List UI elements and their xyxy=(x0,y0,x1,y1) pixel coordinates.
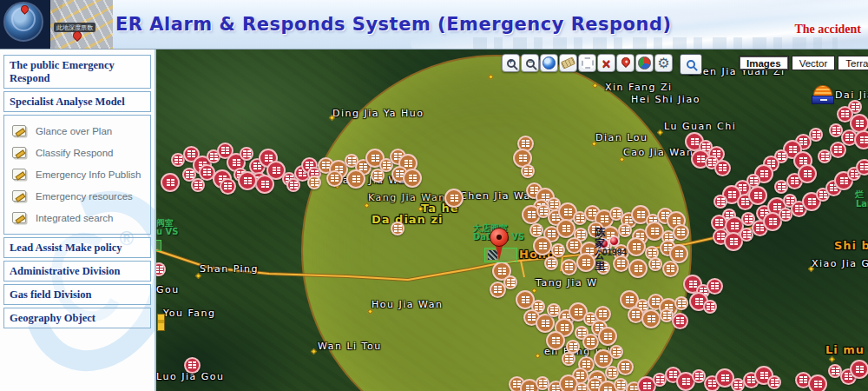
add-marker-button[interactable] xyxy=(616,54,635,72)
building-glyph xyxy=(812,131,820,138)
building-marker[interactable] xyxy=(850,360,868,379)
gas-facility-icon[interactable] xyxy=(812,85,834,107)
building-marker[interactable] xyxy=(561,259,577,275)
measure-button[interactable] xyxy=(559,54,577,72)
sidebar-header-geography-object[interactable]: Geography Object xyxy=(3,308,151,328)
sidebar-header-gas-field-division[interactable]: Gas field Division xyxy=(3,284,151,305)
building-marker[interactable] xyxy=(767,375,781,389)
building-marker[interactable] xyxy=(490,282,506,298)
building-glyph xyxy=(562,225,570,232)
sidebar-header-administrative-division[interactable]: Administrative Division xyxy=(3,261,151,282)
sidebar-item-emergency-resources[interactable]: Emergency resources xyxy=(4,185,150,207)
building-marker[interactable] xyxy=(748,186,767,205)
zoom-out-button[interactable] xyxy=(521,54,539,72)
building-marker[interactable] xyxy=(662,261,679,277)
sidebar-header-specialist-analyse[interactable]: Specialist Analyse Model xyxy=(3,91,151,112)
building-marker[interactable] xyxy=(713,195,727,209)
accident-pin[interactable] xyxy=(490,228,509,262)
sidebar-item-label: Classify Respond xyxy=(36,148,113,158)
building-marker[interactable] xyxy=(627,237,646,256)
building-marker[interactable] xyxy=(618,223,632,237)
building-glyph xyxy=(673,217,681,224)
zoom-in-icon xyxy=(507,59,516,68)
building-marker[interactable] xyxy=(672,313,688,329)
building-glyph xyxy=(524,168,532,175)
building-marker[interactable] xyxy=(240,147,253,161)
sidebar-header-lead-assist-make-policy[interactable]: Lead Assist Make policy xyxy=(3,237,151,258)
extent-select-button[interactable] xyxy=(578,54,596,72)
building-marker[interactable] xyxy=(562,352,575,366)
layer-ball-button[interactable] xyxy=(635,54,654,72)
pan-globe-button[interactable] xyxy=(540,54,558,72)
building-marker[interactable] xyxy=(609,345,623,359)
building-glyph xyxy=(539,242,547,249)
building-marker[interactable] xyxy=(576,253,595,272)
building-marker[interactable] xyxy=(184,357,201,374)
sidebar-item-classify-respond[interactable]: Classify Respond xyxy=(4,142,150,163)
building-marker[interactable] xyxy=(808,374,827,391)
building-glyph xyxy=(856,120,864,127)
derrick-icon[interactable] xyxy=(157,314,165,331)
building-marker[interactable] xyxy=(346,169,365,189)
building-marker[interactable] xyxy=(551,243,565,257)
settings-gear-icon xyxy=(657,56,669,71)
map-canvas[interactable]: Chen Jia Yuan ZiXin Fang ZiHei Shi JiaoD… xyxy=(156,50,868,391)
building-marker[interactable] xyxy=(830,142,846,158)
building-marker[interactable] xyxy=(613,255,629,272)
settings-gear-button[interactable] xyxy=(654,54,673,72)
building-glyph xyxy=(498,268,506,275)
building-marker[interactable] xyxy=(371,169,385,182)
building-marker[interactable] xyxy=(798,164,817,183)
base-layer-vector-button[interactable]: Vector xyxy=(792,56,836,70)
building-marker[interactable] xyxy=(544,256,558,270)
building-marker[interactable] xyxy=(521,164,535,178)
building-marker[interactable] xyxy=(307,176,321,189)
building-glyph xyxy=(383,162,391,169)
base-layer-terrain-button[interactable]: Terrain xyxy=(838,56,868,70)
note-pencil-icon xyxy=(12,169,26,180)
building-marker[interactable] xyxy=(161,173,180,192)
base-layer-images-button[interactable]: Images xyxy=(739,56,789,70)
building-marker[interactable] xyxy=(403,169,422,188)
building-marker[interactable] xyxy=(648,257,662,271)
building-marker[interactable] xyxy=(444,189,464,208)
building-marker[interactable] xyxy=(617,359,634,375)
building-marker[interactable] xyxy=(556,219,575,238)
building-marker[interactable] xyxy=(326,170,343,187)
clear-button[interactable] xyxy=(597,54,615,72)
building-marker[interactable] xyxy=(391,222,404,235)
alarm-dot-marker[interactable] xyxy=(608,235,620,247)
building-marker[interactable] xyxy=(856,159,868,176)
building-glyph xyxy=(608,369,616,376)
building-marker[interactable] xyxy=(628,259,648,278)
building-marker[interactable] xyxy=(673,224,689,241)
building-marker[interactable] xyxy=(641,309,661,328)
zoom-in-button[interactable] xyxy=(502,54,520,72)
building-glyph xyxy=(643,382,651,389)
building-marker[interactable] xyxy=(255,175,274,194)
sidebar-item-integrated-search[interactable]: Integrated search xyxy=(4,207,150,229)
building-marker[interactable] xyxy=(707,278,723,295)
sidebar-item-label: Glance over Plan xyxy=(36,126,112,136)
search-button[interactable] xyxy=(680,54,702,75)
building-glyph xyxy=(754,192,762,199)
building-marker[interactable] xyxy=(703,300,717,314)
sidebar-item-emergency-info-publish[interactable]: Emergency Info Publish xyxy=(4,163,150,185)
building-marker[interactable] xyxy=(533,236,552,255)
building-marker[interactable] xyxy=(191,178,205,192)
building-marker[interactable] xyxy=(529,223,543,237)
building-marker[interactable] xyxy=(854,130,868,149)
building-marker[interactable] xyxy=(286,178,300,192)
building-marker[interactable] xyxy=(674,296,688,310)
building-marker[interactable] xyxy=(238,171,257,190)
layer-ball-icon xyxy=(638,56,651,70)
building-marker[interactable] xyxy=(220,178,236,195)
building-marker[interactable] xyxy=(546,331,565,350)
building-marker[interactable] xyxy=(714,160,731,176)
building-marker[interactable] xyxy=(582,334,599,350)
sidebar-header-public-emergency[interactable]: The public Emergency Respond xyxy=(3,55,151,89)
building-glyph xyxy=(663,312,671,319)
sidebar-item-glance-over-plan[interactable]: Glance over Plan xyxy=(4,120,150,142)
edge-valve-station-icon[interactable] xyxy=(156,240,161,251)
building-marker[interactable] xyxy=(598,327,617,346)
